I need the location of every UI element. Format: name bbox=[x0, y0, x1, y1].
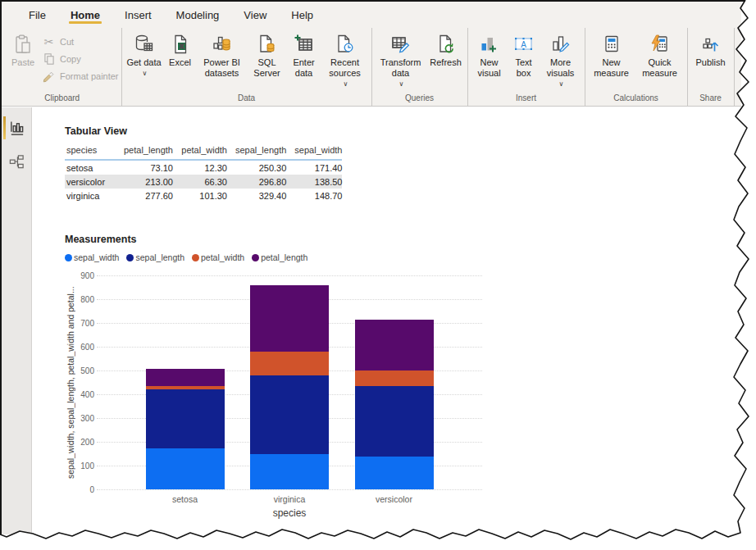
paste-button[interactable]: Paste bbox=[6, 28, 40, 68]
table-row[interactable]: versicolor213.0066.30296.80138.50 bbox=[65, 175, 342, 189]
legend-dot-icon bbox=[252, 254, 259, 261]
tab-insert[interactable]: Insert bbox=[112, 9, 164, 21]
legend-item[interactable]: sepal_length bbox=[126, 252, 184, 262]
paste-icon bbox=[12, 30, 34, 57]
powerbi-datasets-icon bbox=[212, 30, 233, 57]
view-sidebar bbox=[2, 107, 32, 534]
x-category-label: versicolor bbox=[349, 494, 439, 504]
bar-segment-petal_width[interactable] bbox=[250, 352, 329, 375]
gridline bbox=[97, 489, 482, 490]
group-clipboard: Paste ✂ Cut bbox=[3, 28, 122, 106]
value-cell: 296.80 bbox=[227, 175, 286, 189]
species-cell: virginica bbox=[65, 189, 116, 202]
bar-segment-sepal_length[interactable] bbox=[146, 389, 225, 449]
new-visual-button[interactable]: New visual bbox=[471, 28, 508, 79]
database-icon bbox=[134, 30, 155, 57]
publish-button[interactable]: Publish bbox=[690, 28, 731, 68]
value-cell: 171.40 bbox=[286, 160, 342, 175]
table-row[interactable]: virginica277.60101.30329.40148.70 bbox=[65, 189, 342, 202]
bar-segment-petal_width[interactable] bbox=[355, 370, 434, 386]
group-label-queries: Queries bbox=[375, 93, 465, 106]
ribbon-tabs: File Home Insert Modeling View Help bbox=[2, 2, 741, 28]
recent-sources-button[interactable]: Recent sources∨ bbox=[321, 28, 369, 89]
column-header[interactable]: species bbox=[65, 143, 116, 160]
cut-button[interactable]: ✂ Cut bbox=[40, 33, 119, 50]
table-row[interactable]: setosa73.1012.30250.30171.40 bbox=[65, 160, 342, 175]
powerbi-datasets-button[interactable]: Power BI datasets bbox=[197, 28, 248, 79]
y-tick-label: 400 bbox=[73, 390, 94, 399]
text-box-label: Text box bbox=[508, 57, 540, 79]
text-box-button[interactable]: A Text box bbox=[508, 28, 540, 79]
y-tick-label: 100 bbox=[73, 461, 94, 470]
enter-data-button[interactable]: Enter data bbox=[287, 28, 321, 79]
sql-server-button[interactable]: SQL Server bbox=[248, 28, 287, 79]
bar-segment-sepal_width[interactable] bbox=[355, 457, 434, 489]
species-cell: versicolor bbox=[65, 175, 116, 189]
y-axis-title: sepal_width, sepal_length, petal_width a… bbox=[65, 275, 76, 489]
format-painter-button[interactable]: Format painter bbox=[40, 67, 119, 84]
table-visual[interactable]: Tabular View species petal_length petal_… bbox=[65, 125, 342, 202]
tab-help[interactable]: Help bbox=[279, 9, 326, 21]
value-cell: 138.50 bbox=[286, 175, 342, 189]
y-tick-label: 600 bbox=[73, 343, 94, 352]
get-data-label: Get data bbox=[126, 57, 161, 68]
copy-icon bbox=[42, 52, 56, 66]
calculator-icon bbox=[601, 30, 622, 57]
column-header[interactable]: sepal_width bbox=[286, 143, 342, 160]
get-data-button[interactable]: Get data∨ bbox=[125, 28, 164, 79]
legend-label: sepal_width bbox=[74, 252, 119, 262]
sql-server-icon bbox=[257, 30, 278, 57]
x-axis-title: species bbox=[97, 507, 482, 519]
transform-data-button[interactable]: Transform data∨ bbox=[375, 28, 427, 89]
tab-home[interactable]: Home bbox=[58, 9, 112, 21]
ribbon-body: Paste ✂ Cut bbox=[2, 28, 741, 106]
value-cell: 73.10 bbox=[116, 160, 173, 175]
value-cell: 277.60 bbox=[116, 189, 173, 202]
bar-segment-sepal_length[interactable] bbox=[355, 386, 434, 457]
group-label-insert: Insert bbox=[471, 93, 582, 106]
new-visual-label: New visual bbox=[471, 57, 508, 79]
chart-visual[interactable]: Measurements sepal_width sepal_length pe… bbox=[65, 234, 524, 533]
table-header-row: species petal_length petal_width sepal_l… bbox=[65, 143, 342, 160]
sidebar-item-report-view[interactable] bbox=[2, 115, 31, 141]
bar-segment-sepal_width[interactable] bbox=[250, 454, 329, 489]
new-visual-icon bbox=[479, 30, 500, 57]
legend-item[interactable]: petal_length bbox=[252, 252, 307, 262]
bar-segment-petal_width[interactable] bbox=[146, 386, 225, 389]
tab-file[interactable]: File bbox=[16, 9, 58, 21]
legend-label: petal_width bbox=[201, 252, 244, 262]
quick-measure-label: Quick measure bbox=[635, 57, 685, 79]
tab-modeling[interactable]: Modeling bbox=[164, 9, 232, 21]
value-cell: 148.70 bbox=[286, 189, 342, 202]
bar-segment-petal_length[interactable] bbox=[250, 285, 329, 352]
format-painter-icon bbox=[42, 70, 56, 83]
group-calculations: New measure bbox=[585, 28, 688, 106]
chart-legend: sepal_width sepal_length petal_width pet… bbox=[65, 252, 524, 262]
legend-item[interactable]: sepal_width bbox=[65, 252, 119, 262]
y-tick-label: 500 bbox=[73, 366, 94, 375]
column-header[interactable]: petal_length bbox=[116, 143, 173, 160]
refresh-label: Refresh bbox=[430, 57, 462, 68]
copy-button[interactable]: Copy bbox=[40, 50, 119, 67]
ribbon: File Home Insert Modeling View Help bbox=[2, 2, 741, 107]
column-header[interactable]: petal_width bbox=[173, 143, 227, 160]
excel-button[interactable]: X Excel bbox=[164, 28, 197, 68]
quick-measure-button[interactable]: Quick measure bbox=[635, 28, 685, 79]
more-visuals-button[interactable]: More visuals∨ bbox=[540, 28, 582, 89]
column-header[interactable]: sepal_length bbox=[227, 143, 286, 160]
recent-sources-icon bbox=[335, 30, 356, 57]
refresh-button[interactable]: Refresh bbox=[427, 28, 465, 68]
value-cell: 213.00 bbox=[116, 175, 173, 189]
y-tick-label: 900 bbox=[73, 271, 94, 280]
bar-segment-sepal_length[interactable] bbox=[250, 375, 329, 454]
bar-segment-petal_length[interactable] bbox=[146, 369, 225, 386]
x-category-label: virginica bbox=[244, 494, 335, 504]
chevron-down-icon: ∨ bbox=[559, 79, 564, 89]
bar-segment-petal_length[interactable] bbox=[355, 320, 434, 370]
legend-item[interactable]: petal_width bbox=[192, 252, 244, 262]
sidebar-item-model-view[interactable] bbox=[2, 148, 31, 175]
window-border-top bbox=[0, 0, 745, 2]
tab-view[interactable]: View bbox=[231, 9, 279, 21]
bar-segment-sepal_width[interactable] bbox=[146, 448, 225, 489]
new-measure-button[interactable]: New measure bbox=[588, 28, 635, 79]
